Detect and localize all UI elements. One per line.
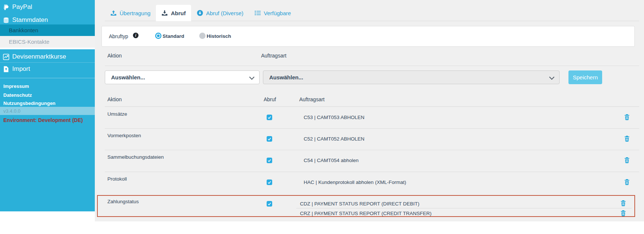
sidebar-link-datenschutz[interactable]: Datenschutz [0,91,95,99]
save-button[interactable]: Speichern [568,70,602,84]
aktion-select[interactable]: Auswählen... [105,70,260,84]
auftragsart-select[interactable]: Auswählen... [263,70,560,84]
row-order-label: CRZ | PAYMENT STATUS REPORT (CREDIT TRAN… [300,211,431,216]
sidebar-item-bankkonten-active[interactable]: Bankkonten [0,24,95,36]
row-order-label: C52 | CAMT052 ABHOLEN [304,136,364,142]
abruf-checkbox[interactable] [267,136,272,142]
sidebar: PayPal Stammdaten Bankkonten EBICS-Konta… [0,0,95,211]
auftragsart-select-value: Auswählen... [269,74,303,80]
table-header-abruf: Abruf [264,96,276,102]
sidebar-link-impressum[interactable]: Impressum [0,82,95,90]
chart-icon [3,53,9,60]
aktion-select-value: Auswählen... [111,74,145,80]
paypal-icon [3,4,9,10]
row-divider [296,208,632,208]
version-label: v3.4.0.0 [0,107,95,115]
abruf-checkbox[interactable] [267,201,272,207]
radio-standard-label[interactable]: Standard [163,33,184,39]
row-order-label: HAC | Kundenprotokoll abholen (XML-Forma… [304,179,406,185]
delete-button[interactable] [621,200,626,206]
row-order-label: C54 | CAMT054 abholen [304,158,358,163]
sidebar-divider [0,47,95,49]
version-text: v3.4.0.0 [3,108,20,114]
row-action-label: Protokoll [107,176,127,182]
trash-icon [624,114,630,120]
trash-icon [624,179,630,185]
abruftyp-panel: Abruftyp i Standard Historisch [101,26,635,47]
tab-label: Übertragung [120,10,150,16]
abruf-checkbox[interactable] [267,179,272,185]
sidebar-divider [0,78,95,78]
sidebar-link-label: Impressum [3,83,29,89]
sidebar-item-label: Import [12,65,30,73]
app-window: PayPal Stammdaten Bankkonten EBICS-Konta… [0,0,644,234]
circle-down-icon [197,10,203,16]
tab-label: Abruf (Diverse) [206,10,243,16]
sidebar-link-label: Nutzungsbedingungen [3,100,56,106]
import-file-icon [3,66,9,72]
table-header-aktion: Aktion [107,96,122,102]
sidebar-item-label: Devisenmarktkurse [12,53,66,60]
trash-icon [621,210,626,216]
database-icon [3,17,9,23]
trash-icon [624,157,630,163]
delete-button[interactable] [624,114,630,120]
form-divider [105,66,639,66]
sidebar-item-paypal[interactable]: PayPal [0,2,95,12]
abruftyp-label: Abruftyp [109,33,128,39]
trash-icon [624,136,630,142]
row-action-label: Vormerkposten [107,133,141,138]
aktion-form-label: Aktion [107,53,122,59]
sidebar-link-label: Datenschutz [3,92,32,98]
delete-button[interactable] [621,210,626,216]
row-order-label: C53 | CAMT053 ABHOLEN [304,115,364,120]
table-row: Umsätze C53 | CAMT053 ABHOLEN [101,107,639,128]
radio-historisch[interactable] [199,33,206,39]
sidebar-item-ebics-kontakte[interactable]: EBICS-Kontakte [0,36,95,47]
sidebar-link-nutzungsbedingungen[interactable]: Nutzungsbedingungen [0,99,95,107]
row-action-label: Umsätze [107,111,127,117]
chevron-down-icon [249,75,254,80]
sidebar-divider [0,62,95,63]
sidebar-item-stammdaten[interactable]: Stammdaten [0,15,95,25]
radio-standard[interactable] [155,33,161,39]
environment-text: Environment: Development (DE) [3,117,83,123]
abruf-checkbox[interactable] [267,115,272,120]
row-action-label: Sammelbuchungsdateien [107,154,164,160]
auftragsart-form-label: Auftragsart [261,53,286,59]
chevron-down-icon [549,75,554,80]
table-row: Vormerkposten C52 | CAMT052 ABHOLEN [101,128,639,150]
environment-label: Environment: Development (DE) [0,116,95,125]
row-action-label: Zahlungstatus [107,199,139,204]
table-row-highlighted: Zahlungstatus CDZ | PAYMENT STATUS REPOR… [97,195,635,217]
download-icon [161,10,168,16]
tab-label: Verfügbare [264,10,291,16]
table-row: Sammelbuchungsdateien C54 | CAMT054 abho… [101,150,639,171]
delete-button[interactable] [624,157,630,163]
table-header-auftragsart: Auftragsart [299,96,324,102]
sidebar-item-devisenmarktkurse[interactable]: Devisenmarktkurse [0,52,95,62]
info-icon[interactable]: i [133,33,139,38]
tab-abruf[interactable]: Abruf [156,5,191,21]
sidebar-item-label: Stammdaten [12,16,48,24]
tab-abruf-diverse[interactable]: Abruf (Diverse) [191,5,249,21]
tab-uebertragung[interactable]: Übertragung [105,5,156,21]
table-row: Protokoll HAC | Kundenprotokoll abholen … [101,172,639,193]
row-order-label: CDZ | PAYMENT STATUS REPORT (DIRECT DEBI… [300,201,420,207]
tab-label: Abruf [171,10,186,16]
tab-verfuegbare[interactable]: Verfügbare [249,5,296,21]
tab-bar: Übertragung Abruf Abruf (Diverse) Verfüg… [105,5,297,21]
abruf-checkbox[interactable] [267,158,272,163]
upload-icon [110,10,117,16]
trash-icon [621,200,626,206]
sidebar-item-import[interactable]: Import [0,64,95,74]
delete-button[interactable] [624,136,630,142]
sidebar-item-label: PayPal [12,3,32,11]
sidebar-item-label: EBICS-Kontakte [9,39,49,45]
sidebar-item-label: Bankkonten [9,27,38,33]
list-icon [254,10,261,16]
delete-button[interactable] [624,179,630,185]
radio-historisch-label[interactable]: Historisch [207,33,231,39]
